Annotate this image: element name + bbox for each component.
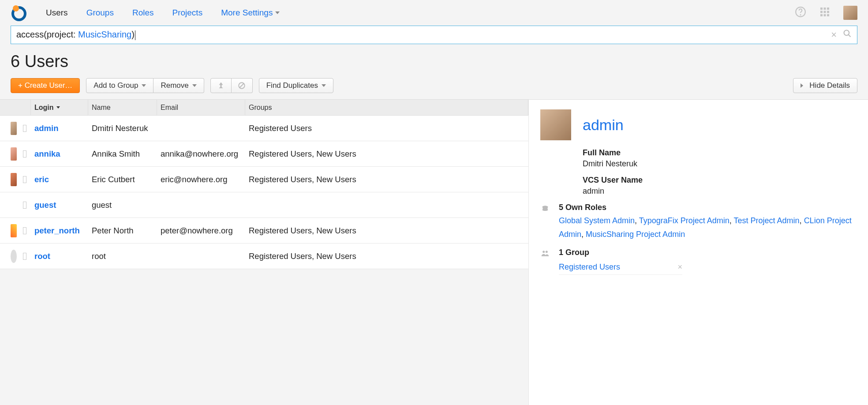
table-row[interactable]: guestguest (0, 192, 528, 218)
user-avatar (11, 122, 17, 135)
nav-projects[interactable]: Projects (172, 8, 203, 18)
roles-list: Global System Admin, TypograFix Project … (559, 214, 857, 241)
row-login: annika (31, 149, 88, 159)
row-groups: Registered Users, New Users (245, 149, 528, 159)
full-name-value: Dmitri Nesteruk (583, 159, 857, 169)
svg-rect-9 (827, 11, 829, 13)
user-avatar (11, 250, 17, 263)
col-login[interactable]: Login (31, 100, 88, 115)
roles-label: 5 Own Roles (559, 203, 857, 212)
svg-point-1 (13, 5, 19, 11)
vcs-value: admin (583, 187, 857, 196)
table-row[interactable]: ericEric Cutberteric@nowhere.orgRegister… (0, 167, 528, 192)
help-icon[interactable] (795, 6, 806, 20)
user-login-link[interactable]: admin (34, 124, 58, 133)
row-groups: Registered Users, New Users (245, 175, 528, 184)
svg-line-14 (849, 35, 851, 37)
chevron-right-icon (801, 83, 803, 88)
remove-group-icon[interactable]: × (677, 262, 682, 272)
sort-indicator-icon (56, 106, 60, 109)
row-checkbox[interactable] (23, 125, 26, 132)
row-name: root (88, 251, 157, 261)
current-user-avatar[interactable] (843, 6, 857, 20)
hide-details-button[interactable]: Hide Details (793, 78, 857, 93)
row-checkbox[interactable] (23, 253, 26, 260)
row-name: Annika Smith (88, 149, 157, 159)
svg-rect-11 (824, 14, 826, 16)
search-text-prefix: access(project: (16, 30, 78, 39)
app-logo[interactable] (11, 4, 27, 21)
search-text-link: MusicSharing (78, 30, 131, 39)
row-login: root (31, 251, 88, 261)
row-name: Peter North (88, 226, 157, 236)
user-login-link[interactable]: eric (34, 175, 49, 184)
detail-login-link[interactable]: admin (583, 116, 624, 134)
role-link[interactable]: TypograFix Project Admin (639, 216, 730, 225)
svg-rect-12 (827, 14, 829, 16)
user-login-link[interactable]: guest (34, 200, 56, 210)
chevron-down-icon (322, 84, 326, 87)
svg-point-13 (844, 30, 849, 36)
nav-more-settings[interactable]: More Settings (221, 8, 280, 18)
chevron-down-icon (142, 84, 146, 87)
row-avatar-cell (0, 199, 31, 212)
user-login-link[interactable]: peter_north (34, 226, 80, 235)
group-link[interactable]: Registered Users (559, 262, 620, 272)
text-cursor (135, 30, 135, 40)
svg-rect-4 (820, 8, 823, 10)
find-duplicates-button[interactable]: Find Duplicates (259, 78, 333, 93)
role-link[interactable]: MusicSharing Project Admin (586, 230, 685, 239)
nav-users[interactable]: Users (46, 8, 68, 18)
nav-groups[interactable]: Groups (86, 8, 114, 18)
row-avatar-cell (0, 147, 31, 161)
row-checkbox[interactable] (23, 176, 26, 183)
table-row[interactable]: annikaAnnika Smithannika@nowhere.orgRegi… (0, 141, 528, 167)
row-email: peter@nowhere.org (157, 226, 245, 236)
hide-details-label: Hide Details (809, 81, 850, 90)
table-body: adminDmitri NesterukRegistered Usersanni… (0, 116, 528, 269)
find-duplicates-label: Find Duplicates (266, 81, 318, 90)
svg-rect-6 (827, 8, 829, 10)
apps-grid-icon[interactable] (819, 7, 830, 19)
row-email: annika@nowhere.org (157, 149, 245, 159)
role-link[interactable]: Test Project Admin (734, 216, 800, 225)
row-login: guest (31, 200, 88, 210)
detail-groups: 1 Group Registered Users × (540, 248, 857, 275)
user-avatar (11, 147, 17, 161)
content-split: Login Name Email Groups adminDmitri Nest… (0, 99, 868, 405)
search-bar[interactable]: access(project: MusicSharing) × (11, 26, 857, 44)
group-icon (540, 249, 550, 275)
row-groups: Registered Users, New Users (245, 226, 528, 236)
col-name[interactable]: Name (88, 100, 157, 115)
table-row[interactable]: adminDmitri NesterukRegistered Users (0, 116, 528, 141)
user-login-link[interactable]: root (34, 251, 50, 261)
role-link[interactable]: Global System Admin (559, 216, 635, 225)
search-text-suffix: ) (131, 30, 135, 39)
detail-header: admin (540, 109, 857, 140)
row-name: Eric Cutbert (88, 175, 157, 184)
row-avatar-cell (0, 173, 31, 186)
add-to-group-button[interactable]: Add to Group (86, 78, 153, 93)
detail-avatar (540, 109, 571, 140)
col-groups[interactable]: Groups (245, 100, 528, 115)
col-avatar (0, 100, 31, 115)
nav-roles[interactable]: Roles (132, 8, 154, 18)
user-login-link[interactable]: annika (34, 149, 60, 158)
row-checkbox[interactable] (23, 150, 26, 158)
table-row[interactable]: rootrootRegistered Users, New Users (0, 244, 528, 269)
vcs-label: VCS User Name (583, 176, 857, 185)
svg-point-3 (800, 14, 801, 15)
clear-search-icon[interactable]: × (831, 29, 837, 41)
row-checkbox[interactable] (23, 227, 26, 234)
remove-button[interactable]: Remove (153, 78, 204, 93)
search-input[interactable]: access(project: MusicSharing) (16, 30, 831, 40)
search-icon[interactable] (843, 29, 852, 41)
row-groups: Registered Users, New Users (245, 251, 528, 261)
table-row[interactable]: peter_northPeter Northpeter@nowhere.orgR… (0, 218, 528, 244)
create-user-button[interactable]: + Create User… (11, 78, 80, 93)
top-bar: Users Groups Roles Projects More Setting… (0, 0, 868, 26)
col-email[interactable]: Email (157, 100, 245, 115)
ban-button[interactable] (232, 78, 253, 93)
merge-button[interactable] (210, 78, 232, 93)
row-checkbox[interactable] (23, 202, 26, 209)
